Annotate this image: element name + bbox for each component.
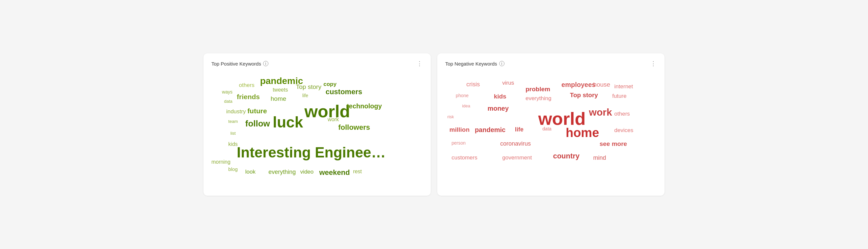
word-positive-20: list [230,131,236,135]
word-positive-29: rest [353,169,362,174]
card-title-text-positive: Top Positive Keywords [211,61,261,66]
word-positive-1: others [239,82,254,88]
word-negative-26: customers [452,155,477,160]
word-negative-3: employees [561,81,595,88]
word-positive-23: morning [211,159,230,165]
word-negative-21: home [566,126,599,139]
word-negative-6: phone [456,93,469,98]
menu-icon[interactable]: ⋮ [650,60,657,67]
word-negative-1: virus [502,80,514,86]
info-icon[interactable]: i [263,61,268,66]
word-positive-19: followers [338,124,370,131]
word-cloud-positive: waysotherspandemicdatafriendstweetsTop s… [211,72,423,190]
word-negative-9: Top story [570,92,598,98]
word-negative-18: pandemic [475,126,505,133]
word-positive-18: work [328,117,339,122]
word-negative-17: million [450,126,470,133]
word-positive-7: copy [323,81,337,87]
word-positive-10: customers [326,88,362,95]
card-header-negative: Top Negative Keywordsi⋮ [445,60,657,67]
word-positive-21: kids [228,142,238,147]
word-positive-3: data [224,99,232,103]
word-negative-7: kids [494,93,506,99]
word-positive-27: video [300,169,314,175]
card-title-negative: Top Negative Keywordsi [445,61,504,66]
word-positive-16: follow [245,119,270,128]
word-positive-12: future [247,107,267,114]
word-negative-27: government [502,155,532,160]
word-positive-13: world [304,103,350,120]
word-negative-24: coronavirus [500,141,531,147]
word-negative-12: money [487,105,508,112]
word-negative-25: see more [600,141,627,147]
card-header-positive: Top Positive Keywordsi⋮ [211,60,423,67]
menu-icon[interactable]: ⋮ [416,60,423,67]
word-negative-22: devices [615,127,633,133]
word-negative-4: house [593,81,610,88]
card-title-positive: Top Positive Keywordsi [211,61,268,66]
word-positive-6: Top story [296,84,321,90]
word-negative-2: problem [526,86,550,92]
word-negative-16: risk [447,115,454,119]
card-title-text-negative: Top Negative Keywords [445,61,497,66]
word-positive-15: team [228,119,238,124]
word-negative-10: future [612,93,626,99]
word-positive-0: ways [222,90,232,94]
word-negative-13: world [538,110,586,127]
word-negative-23: person [452,141,466,145]
word-positive-22: Interesting Enginee… [237,145,385,160]
word-positive-17: luck [273,115,303,130]
word-positive-9: home [271,95,286,102]
dashboard: Top Positive Keywordsi⋮waysotherspandemi… [204,53,664,196]
word-cloud-negative: crisisvirusproblememployeeshouseinternet… [445,72,657,190]
word-positive-14: technology [347,103,382,110]
word-negative-19: life [515,126,524,132]
word-positive-28: weekend [319,169,350,176]
card-positive: Top Positive Keywordsi⋮waysotherspandemi… [204,53,431,196]
word-negative-8: everything [526,95,551,101]
word-positive-4: friends [237,93,260,100]
info-icon[interactable]: i [499,61,504,66]
word-positive-26: everything [268,169,296,175]
word-negative-5: internet [615,84,633,89]
word-positive-25: look [245,169,255,175]
word-negative-15: others [615,111,630,117]
word-negative-29: mind [593,155,606,161]
word-negative-14: work [589,107,612,117]
word-negative-28: country [553,153,580,160]
word-negative-0: crisis [466,81,480,87]
word-negative-20: data [542,126,551,131]
word-positive-11: industry [226,109,246,114]
word-negative-11: idea [462,104,470,108]
card-negative: Top Negative Keywordsi⋮crisisvirusproble… [437,53,664,196]
word-positive-5: tweets [273,87,288,93]
word-positive-8: life [302,93,308,98]
word-positive-24: blog [228,167,238,172]
